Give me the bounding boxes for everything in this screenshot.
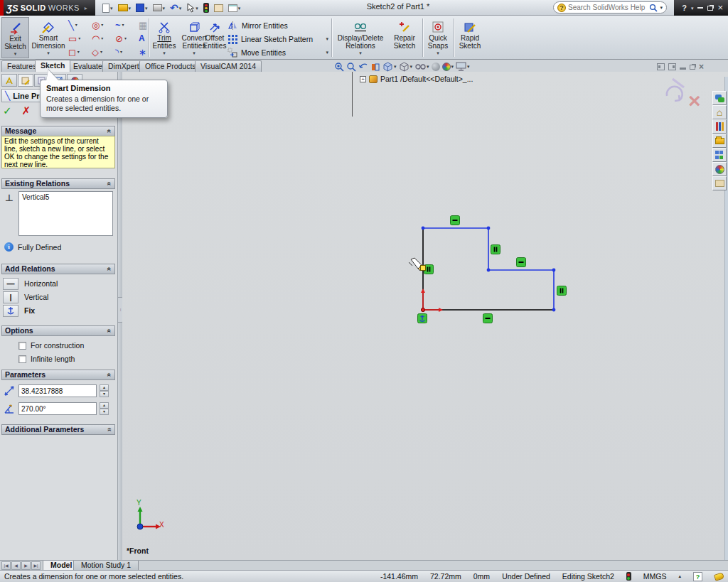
add-fix-relation-button[interactable]: Fix <box>3 304 115 317</box>
options-button[interactable]: ▾ <box>227 1 242 14</box>
last-tab-button[interactable]: ▶| <box>31 561 41 570</box>
pane-right-icon[interactable] <box>668 63 676 70</box>
origin-point[interactable] <box>421 308 424 311</box>
caret-down-icon[interactable]: ▾ <box>427 64 429 69</box>
spin-up-icon[interactable]: ▴ <box>100 402 109 409</box>
file-properties-button[interactable] <box>213 1 225 14</box>
undo-button[interactable]: ↶▾ <box>168 1 183 14</box>
fillet-tool[interactable]: ◝▾ <box>115 45 136 58</box>
caret-down-icon[interactable]: ▾ <box>100 50 102 54</box>
add-vertical-relation-button[interactable]: | Vertical <box>3 291 115 303</box>
options-section-header[interactable]: Options « <box>1 325 115 336</box>
mirror-entities-button[interactable]: Mirror Entities <box>228 18 328 32</box>
length-spinner[interactable]: ▴▾ <box>100 384 109 397</box>
caret-down-icon[interactable]: ▾ <box>151 50 178 55</box>
new-button[interactable]: ▾ <box>101 1 114 14</box>
doc-close-button[interactable]: × <box>699 62 704 72</box>
parameters-section-header[interactable]: Parameters « <box>1 370 115 380</box>
collapse-chevron-icon[interactable]: « <box>105 267 114 271</box>
trim-entities-button[interactable]: Trim Entities ▾ <box>151 17 178 58</box>
horizontal-relation-badge[interactable] <box>517 258 526 267</box>
caret-down-icon[interactable]: ▾ <box>145 6 148 11</box>
sketch-vertex[interactable] <box>552 308 556 312</box>
cancel-button[interactable]: ✗ <box>22 104 31 117</box>
pane-left-icon[interactable] <box>657 63 665 70</box>
next-tab-button[interactable]: ▶ <box>21 561 31 570</box>
tab-office-products[interactable]: Office Products <box>139 60 202 72</box>
zoom-fit-button[interactable] <box>334 62 344 72</box>
polygon-tool[interactable]: ◇▾ <box>92 45 113 58</box>
caret-down-icon[interactable]: ▾ <box>410 64 413 69</box>
caret-down-icon[interactable]: ▾ <box>424 50 451 55</box>
horizontal-relation-badge[interactable] <box>483 314 493 323</box>
caret-down-icon[interactable]: ▾ <box>196 6 198 11</box>
horizontal-relation-badge[interactable] <box>451 216 460 225</box>
solidworks-forum-tab[interactable] <box>712 91 727 105</box>
first-tab-button[interactable]: |◀ <box>1 561 11 570</box>
view-orientation-button[interactable]: ▾ <box>382 62 397 72</box>
smart-dimension-button[interactable]: Smart Dimension ▾ <box>31 17 66 58</box>
caret-down-icon[interactable]: ▾ <box>2 51 28 56</box>
vertical-relation-badge[interactable] <box>557 286 567 296</box>
caret-down-icon[interactable]: ▾ <box>122 23 124 27</box>
caret-down-icon[interactable]: ▾ <box>78 36 80 41</box>
caret-down-icon[interactable]: ▾ <box>129 6 132 11</box>
caret-down-icon[interactable]: ▾ <box>238 6 241 11</box>
quick-tips-button[interactable]: ? <box>693 572 702 581</box>
additional-parameters-section-header[interactable]: Additional Parameters » <box>1 424 115 435</box>
vertical-relation-badge[interactable] <box>491 245 500 254</box>
minimize-button[interactable] <box>697 7 703 9</box>
caret-down-icon[interactable]: ▾ <box>451 64 454 69</box>
caret-down-icon[interactable]: ▾ <box>101 23 103 27</box>
sketch-vertex[interactable] <box>422 227 425 230</box>
tags-icon[interactable] <box>714 572 724 581</box>
ok-button[interactable]: ✓ <box>3 104 12 117</box>
search-input[interactable] <box>568 4 647 11</box>
caret-down-icon[interactable]: ▾ <box>75 23 77 27</box>
length-input[interactable] <box>18 384 97 397</box>
help-caret-icon[interactable]: ▾ <box>691 6 694 11</box>
caret-down-icon[interactable]: ▾ <box>326 50 328 55</box>
existing-relations-section-header[interactable]: Existing Relations « <box>1 178 115 189</box>
tab-motion-study[interactable]: Motion Study 1 <box>73 561 139 571</box>
view-settings-button[interactable]: ▾ <box>456 62 470 71</box>
units-caret-icon[interactable]: ▴ <box>678 573 681 579</box>
repair-sketch-button[interactable]: Repair Sketch <box>389 17 420 58</box>
doc-minimize-button[interactable] <box>680 68 686 70</box>
move-entities-button[interactable]: Move Entities ▾ <box>228 45 328 59</box>
open-button[interactable]: ▾ <box>117 1 133 14</box>
expand-chevron-icon[interactable]: » <box>105 428 114 432</box>
caret-down-icon[interactable]: ▾ <box>101 36 103 41</box>
sketch-vertex[interactable] <box>487 269 491 272</box>
design-library-tab[interactable] <box>712 119 727 134</box>
caret-down-icon[interactable]: ▾ <box>120 50 122 54</box>
logo-expand-arrow-icon[interactable]: ▸ <box>85 5 87 11</box>
tab-visualcam[interactable]: VisualCAM 2014 <box>195 60 262 72</box>
rapid-sketch-button[interactable]: Rapid Sketch <box>456 17 484 58</box>
caret-down-icon[interactable]: ▾ <box>77 50 80 54</box>
add-horizontal-relation-button[interactable]: — Horizontal <box>3 277 115 290</box>
linear-pattern-button[interactable]: Linear Sketch Pattern ▾ <box>228 32 328 45</box>
spin-down-icon[interactable]: ▾ <box>100 391 109 397</box>
existing-relations-list[interactable]: Vertical5 <box>18 191 113 236</box>
collapse-chevron-icon[interactable]: « <box>105 329 114 333</box>
collapse-chevron-icon[interactable]: « <box>105 373 114 377</box>
circle-tool[interactable]: ◎▾ <box>92 18 113 31</box>
section-view-button[interactable] <box>370 62 380 72</box>
save-button[interactable]: ▾ <box>134 1 149 14</box>
angle-spinner[interactable]: ▴▾ <box>100 402 109 415</box>
tab-dimxpert[interactable]: DimXpert <box>102 60 145 72</box>
caret-down-icon[interactable]: ▾ <box>179 6 182 11</box>
spin-down-icon[interactable]: ▾ <box>100 409 109 415</box>
prev-tab-button[interactable]: ◀ <box>11 561 21 570</box>
caret-down-icon[interactable]: ▾ <box>31 50 66 55</box>
apply-scene-button[interactable]: ▾ <box>442 63 454 71</box>
exit-sketch-button[interactable]: Exit Sketch ▾ <box>1 17 29 58</box>
view-palette-tab[interactable] <box>712 148 727 162</box>
edit-appearance-button[interactable] <box>432 63 440 71</box>
infinite-length-checkbox[interactable] <box>18 355 26 363</box>
caret-down-icon[interactable]: ▾ <box>163 6 166 11</box>
for-construction-checkbox[interactable] <box>18 342 26 350</box>
file-explorer-tab[interactable] <box>712 134 727 148</box>
previous-view-button[interactable] <box>358 62 368 72</box>
